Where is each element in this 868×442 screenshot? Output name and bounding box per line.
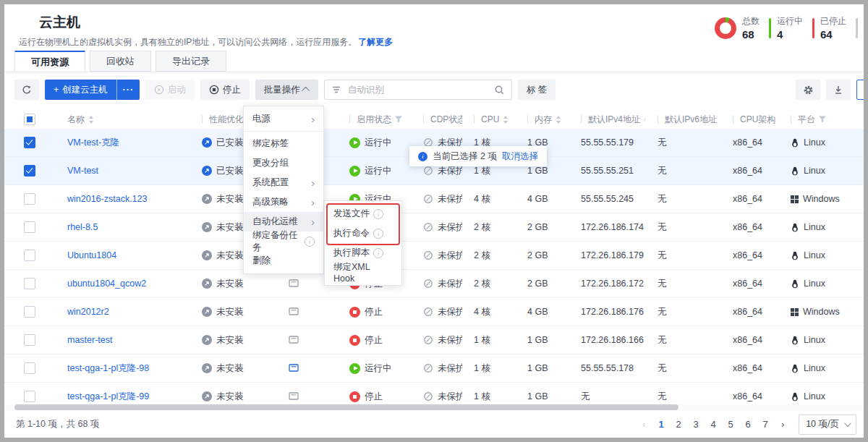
menu-item-绑定备份任务[interactable]: 绑定备份任务i	[244, 231, 323, 251]
cell-ipv6: 无	[646, 137, 721, 149]
row-checkbox[interactable]	[24, 193, 35, 205]
row-checkbox[interactable]	[24, 391, 35, 402]
gear-icon	[803, 85, 814, 95]
table-row[interactable]: test-qga-1-pl克隆-98未安装运行中未保护1 核1 GB55.55.…	[4, 354, 864, 383]
filter-icon[interactable]	[395, 116, 402, 123]
cdp-unprotected-icon	[423, 222, 433, 232]
tab-回收站[interactable]: 回收站	[90, 51, 151, 72]
table-row[interactable]: win2016-zstack.123未安装运行中未保护4 核4 GB55.55.…	[4, 185, 864, 213]
cdp-unprotected-icon	[423, 391, 433, 401]
stop-button[interactable]: 停止	[200, 80, 250, 100]
export-button[interactable]	[826, 80, 851, 100]
tag-label: 标 签	[527, 84, 547, 96]
page-title: 云主机	[39, 13, 80, 32]
search-input[interactable]	[346, 84, 489, 95]
settings-button[interactable]	[796, 80, 820, 100]
scrollbar-thumb[interactable]	[14, 404, 678, 410]
next-page-button[interactable]: ›	[775, 416, 790, 433]
table-row[interactable]: master-test未安装停止未保护1 核1 GB172.26.186.166…	[4, 326, 864, 354]
table-row[interactable]: rhel-8.5未安装运行中未保护2 核2 GB172.26.186.174无x…	[4, 213, 864, 242]
column-separator	[349, 115, 350, 124]
cell-state: 停止	[338, 306, 412, 318]
cdp-unprotected-icon	[423, 279, 433, 289]
tab-导出记录[interactable]: 导出记录	[156, 51, 226, 72]
tag-button[interactable]: 标 签	[518, 80, 556, 100]
row-checkbox[interactable]	[24, 306, 35, 318]
page-button-1[interactable]: 1	[654, 416, 668, 433]
sort-icon[interactable]	[88, 116, 94, 124]
start-button[interactable]: 启动	[145, 80, 195, 100]
row-checkbox[interactable]	[24, 334, 35, 346]
agent-status-text: 未安装	[216, 250, 244, 262]
page-size-select[interactable]: 10 项/页	[799, 415, 856, 435]
refresh-button[interactable]	[14, 80, 39, 100]
console-icon[interactable]	[289, 279, 299, 288]
row-checkbox[interactable]	[24, 362, 35, 374]
menu-item-系统配置[interactable]: 系统配置›	[244, 173, 323, 192]
vm-name-link[interactable]: rhel-8.5	[67, 222, 98, 232]
menu-item-电源[interactable]: 电源›	[244, 109, 323, 129]
more-actions-button[interactable]: ···	[116, 80, 140, 100]
row-checkbox[interactable]	[24, 221, 35, 233]
search-icon[interactable]	[495, 85, 504, 95]
menu-item-绑定标签[interactable]: 绑定标签	[244, 134, 323, 153]
search-box[interactable]	[324, 80, 512, 100]
cell-ipv4: 55.55.55.178	[569, 363, 646, 373]
page-button-5[interactable]: 5	[723, 416, 738, 433]
clipped-edge-button[interactable]	[856, 80, 864, 100]
filter-icon[interactable]	[819, 116, 826, 123]
submenu-item-执行脚本[interactable]: 执行脚本i	[325, 243, 401, 263]
row-checkbox[interactable]	[24, 137, 35, 148]
row-checkbox[interactable]	[24, 165, 35, 177]
sort-icon[interactable]	[556, 116, 561, 124]
vm-name-link[interactable]: test-qga-1-pl克隆-98	[67, 362, 149, 375]
cell-ipv4: 55.55.55.245	[569, 194, 646, 204]
table-row[interactable]: Ubuntu1804未安装运行中未保护2 核2 GB172.26.186.179…	[4, 242, 864, 270]
console-icon[interactable]	[289, 392, 299, 401]
submenu-item-执行命令[interactable]: 执行命令i	[325, 224, 401, 243]
cancel-selection-link[interactable]: 取消选择	[502, 150, 538, 163]
row-checkbox[interactable]	[24, 250, 35, 261]
menu-item-更改分组[interactable]: 更改分组	[244, 153, 323, 173]
select-all-checkbox[interactable]	[24, 114, 35, 125]
submenu-item-绑定XML Hook[interactable]: 绑定XML Hook	[325, 263, 401, 282]
table-row[interactable]: ubuntu1804_qcow2未安装停止未保护2 核2 GB172.26.18…	[4, 270, 864, 298]
vm-name-link[interactable]: test-qga-1-pl克隆-99	[67, 391, 149, 403]
console-icon[interactable]	[289, 307, 299, 316]
prev-page-button[interactable]: ‹	[637, 416, 651, 433]
cell-name: win2016-zstack.123	[56, 194, 190, 204]
page-button-4[interactable]: 4	[706, 416, 720, 433]
page-button-2[interactable]: 2	[671, 416, 686, 433]
console-icon[interactable]	[289, 336, 299, 344]
row-checkbox[interactable]	[24, 278, 35, 289]
cdp-unprotected-icon	[423, 363, 433, 373]
vm-state-text: 运行中	[365, 165, 392, 177]
vm-name-link[interactable]: win2012r2	[67, 307, 109, 317]
cell-name: test-qga-1-pl克隆-98	[56, 362, 190, 375]
vm-name-link[interactable]: ubuntu1804_qcow2	[67, 279, 146, 289]
console-icon[interactable]	[289, 364, 299, 373]
vm-name-link[interactable]: VM-test	[67, 166, 98, 176]
menu-item-删除[interactable]: 删除	[244, 251, 323, 271]
batch-operations-button[interactable]: 批量操作	[255, 80, 318, 100]
cell-console	[277, 336, 338, 344]
column-label: CPU架构	[740, 114, 775, 126]
sort-icon[interactable]	[503, 116, 509, 124]
menu-item-高级策略[interactable]: 高级策略›	[244, 192, 323, 212]
agent-not-installed-icon	[202, 307, 212, 317]
learn-more-link[interactable]: 了解更多	[358, 37, 393, 47]
submenu-item-发送文件[interactable]: 发送文件i	[325, 204, 401, 224]
vm-name-link[interactable]: win2016-zstack.123	[67, 194, 147, 204]
page-button-3[interactable]: 3	[689, 416, 703, 433]
row-select-cell	[4, 334, 56, 346]
vm-name-link[interactable]: VM-test-克隆	[67, 137, 119, 149]
row-select-cell	[4, 165, 56, 177]
vm-name-link[interactable]: master-test	[67, 335, 113, 345]
tab-可用资源[interactable]: 可用资源	[14, 51, 85, 72]
page-button-6[interactable]: 6	[741, 416, 755, 433]
agent-not-installed-icon	[202, 335, 212, 345]
vm-name-link[interactable]: Ubuntu1804	[67, 250, 116, 260]
table-row[interactable]: win2012r2未安装停止未保护4 核4 GB172.26.186.176无x…	[4, 298, 864, 326]
page-button-7[interactable]: 7	[758, 416, 773, 433]
create-vm-button[interactable]: +创建云主机	[45, 80, 116, 100]
